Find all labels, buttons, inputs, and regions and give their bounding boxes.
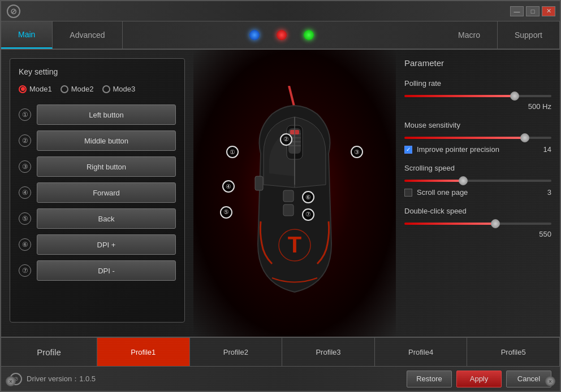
btn-number-5: ⑤ [19,212,31,225]
improve-precision-checkbox[interactable]: ✓ [404,146,412,154]
mouse-sensitivity-slider[interactable] [404,134,551,142]
forward-button[interactable]: Forward [37,182,176,203]
mode2-radio-circle [61,85,68,93]
mouse-sensitivity-section: Mouse sensitivity ✓ Improve pointer prec… [404,121,551,154]
close-button[interactable]: ✕ [542,6,555,16]
mode3-label: Mode3 [113,85,136,93]
btn-number-4: ④ [19,186,31,199]
dpi-minus-button[interactable]: DPI - [37,260,176,281]
scroll-one-page-row: Scroll one page 3 [404,188,551,197]
double-click-speed-track [404,223,551,225]
mouse-sensitivity-thumb[interactable] [520,133,529,142]
key-setting-box: Key setting Mode1 Mode2 Mode3 [10,58,185,323]
profile-tab-2[interactable]: Profile2 [190,338,283,366]
mode1-label: Mode1 [29,85,52,93]
mouse-sensitivity-label: Mouse sensitivity [404,121,551,129]
polling-rate-slider[interactable] [404,92,551,100]
mode-selector: Mode1 Mode2 Mode3 [19,85,176,93]
minimize-button[interactable]: — [510,6,524,16]
right-button[interactable]: Right button [37,156,176,177]
mode3-radio-circle [102,85,110,93]
btn-number-7: ⑦ [19,264,31,277]
profile-tab-1[interactable]: Profile1 [97,338,190,366]
middle-button[interactable]: Middle button [37,130,176,151]
polling-rate-track [404,95,551,97]
svg-rect-8 [283,190,294,202]
tab-support[interactable]: Support [498,21,560,49]
double-click-speed-thumb[interactable] [491,219,500,228]
mode1-radio[interactable]: Mode1 [19,85,52,93]
restore-button[interactable]: Restore [407,371,452,387]
button-row-7: ⑦ DPI - [19,260,176,281]
svg-rect-7 [255,176,263,190]
main-content: Key setting Mode1 Mode2 Mode3 [1,50,560,337]
polling-rate-section: Polling rate 500 Hz [404,79,551,111]
left-button[interactable]: Left button [37,104,176,125]
double-click-speed-label: Double-click speed [404,207,551,215]
mode3-radio[interactable]: Mode3 [102,85,136,93]
button-row-3: ③ Right button [19,156,176,177]
key-setting-title: Key setting [19,67,176,76]
scroll-one-page-value: 3 [547,188,551,197]
scroll-one-page-checkbox[interactable] [404,189,412,197]
scrolling-speed-section: Scrolling speed Scroll one page 3 [404,164,551,197]
screw-bl [6,376,16,386]
double-click-speed-value: 550 [404,230,551,238]
button-row-6: ⑥ DPI + [19,234,176,255]
scrolling-speed-thumb[interactable] [459,176,468,185]
button-row-1: ① Left button [19,104,176,125]
app-logo: ⊘ [7,5,20,18]
apply-button[interactable]: Apply [456,371,502,387]
button-row-2: ② Middle button [19,130,176,151]
maximize-button[interactable]: □ [526,6,540,16]
improve-precision-value: 14 [543,145,551,154]
double-click-speed-section: Double-click speed 550 [404,207,551,238]
button-list: ① Left button ② Middle button ③ Right bu… [19,104,176,281]
mouse-label-7: ⑦ [302,208,314,221]
polling-rate-label: Polling rate [404,79,551,88]
mouse-container: T ① ② ③ ④ ⑤ ⑥ ⑦ [232,86,357,300]
mouse-label-5: ⑤ [220,206,232,219]
profile-tab-5[interactable]: Profile5 [467,338,560,366]
profile-tab-3[interactable]: Profile3 [282,338,375,366]
footer: ⊘ Driver version：1.0.5 Restore Apply Can… [1,366,560,391]
scrolling-speed-label: Scrolling speed [404,164,551,172]
driver-version-text: Driver version：1.0.5 [27,374,96,384]
screw-br [545,376,555,386]
right-panel: Parameter Polling rate 500 Hz Mouse sens… [396,50,560,337]
dpi-plus-button[interactable]: DPI + [37,234,176,255]
polling-rate-value: 500 Hz [404,102,551,111]
btn-number-3: ③ [19,160,31,173]
dot-green[interactable] [304,30,314,40]
mode2-radio[interactable]: Mode2 [61,85,94,93]
dot-red[interactable] [277,30,287,40]
scrolling-speed-track [404,180,551,182]
checkbox-check-icon: ✓ [406,146,411,153]
scroll-one-page-label: Scroll one page [417,188,543,197]
svg-text:T: T [288,232,301,257]
driver-version: ⊘ Driver version：1.0.5 [10,373,96,385]
title-bar: ⊘ — □ ✕ [1,1,560,21]
dot-blue[interactable] [249,30,260,40]
double-click-speed-slider[interactable] [404,220,551,228]
polling-rate-thumb[interactable] [510,92,519,101]
center-panel: T ① ② ③ ④ ⑤ ⑥ ⑦ [193,50,396,337]
improve-precision-row: ✓ Improve pointer precision 14 [404,145,551,154]
left-panel: Key setting Mode1 Mode2 Mode3 [1,50,193,337]
parameter-title: Parameter [404,58,551,68]
mouse-label-3: ③ [351,146,363,158]
back-button[interactable]: Back [37,208,176,229]
scrolling-speed-slider[interactable] [404,177,551,185]
mode1-radio-circle [19,85,27,93]
button-row-4: ④ Forward [19,182,176,203]
profile-tab-4[interactable]: Profile4 [375,338,468,366]
tab-macro[interactable]: Macro [441,21,498,49]
cancel-button[interactable]: Cancel [506,371,551,387]
profile-label: Profile [1,338,97,366]
nav-bar: Main Advanced Macro Support [1,21,560,50]
tab-advanced[interactable]: Advanced [53,21,122,49]
tab-main[interactable]: Main [1,21,53,49]
svg-rect-9 [283,204,294,216]
mouse-label-2: ② [280,133,292,146]
improve-precision-label: Improve pointer precision [417,145,539,154]
